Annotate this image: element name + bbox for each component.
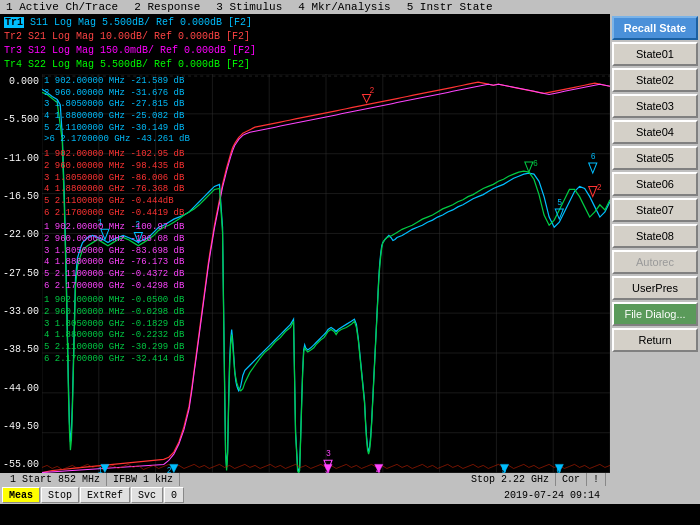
svg-text:5: 5 — [501, 466, 506, 473]
svg-text:5: 5 — [557, 198, 562, 207]
chart-canvas[interactable]: 1 2 2 6 5 3 — [42, 74, 610, 473]
y-label-0: 0.000 — [0, 76, 39, 87]
top-menu-bar: 1 Active Ch/Trace 2 Response 3 Stimulus … — [0, 0, 700, 14]
status-ifbw: IFBW 1 kHz — [107, 473, 180, 486]
right-panel: Recall State State01 State02 State03 Sta… — [610, 14, 700, 504]
btn-recall-state[interactable]: Recall State — [612, 16, 698, 40]
y-label-1: -5.500 — [0, 114, 39, 125]
trace1-label[interactable]: Tr1 — [4, 17, 24, 28]
trace4-label: Tr4 — [4, 59, 22, 70]
trace4-params: S22 Log Mag 5.500dB/ Ref 0.000dB [F2] — [28, 59, 250, 70]
y-label-10: -55.00 — [0, 459, 39, 470]
svg-text:1: 1 — [98, 218, 103, 227]
btn-svc[interactable]: Svc — [131, 487, 163, 503]
menu-active-ch[interactable]: 1 Active Ch/Trace — [2, 1, 122, 13]
svg-marker-28 — [589, 163, 597, 173]
svg-marker-22 — [101, 229, 109, 239]
trace1-params: S11 Log Mag 5.500dB/ Ref 0.000dB [F2] — [30, 17, 252, 28]
btn-meas[interactable]: Meas — [2, 487, 40, 503]
btn-stop[interactable]: Stop — [41, 487, 79, 503]
btn-return[interactable]: Return — [612, 328, 698, 352]
svg-marker-26 — [363, 94, 371, 102]
y-label-3: -16.50 — [0, 191, 39, 202]
menu-stimulus[interactable]: 3 Stimulus — [212, 1, 286, 13]
y-label-4: -22.00 — [0, 229, 39, 240]
chart-wrapper: 0.000 -5.500 -11.00 -16.50 -22.00 -27.50… — [0, 74, 610, 473]
svg-text:1: 1 — [98, 466, 103, 473]
status-stop: Stop 2.22 GHz — [465, 473, 556, 486]
main-layout: Tr1 S11 Log Mag 5.500dB/ Ref 0.000dB [F2… — [0, 14, 700, 504]
trace3-params: S12 Log Mag 150.0mdB/ Ref 0.000dB [F2] — [28, 45, 256, 56]
trace2-label: Tr2 — [4, 31, 22, 42]
menu-mkr-analysis[interactable]: 4 Mkr/Analysis — [294, 1, 394, 13]
menu-response[interactable]: 2 Response — [130, 1, 204, 13]
trace2-header: Tr2 S21 Log Mag 10.00dB/ Ref 0.000dB [F2… — [4, 30, 606, 44]
trace3-label: Tr3 — [4, 45, 22, 56]
btn-state06[interactable]: State06 — [612, 172, 698, 196]
svg-text:6: 6 — [556, 466, 561, 473]
btn-state08[interactable]: State08 — [612, 224, 698, 248]
menu-instr-state[interactable]: 5 Instr State — [403, 1, 497, 13]
chart-area: Tr1 S11 Log Mag 5.500dB/ Ref 0.000dB [F2… — [0, 14, 610, 504]
y-label-7: -38.50 — [0, 344, 39, 355]
trace3-header: Tr3 S12 Log Mag 150.0mdB/ Ref 0.000dB [F… — [4, 44, 606, 58]
btn-state02[interactable]: State02 — [612, 68, 698, 92]
trace-header: Tr1 S11 Log Mag 5.500dB/ Ref 0.000dB [F2… — [0, 14, 610, 74]
btn-state04[interactable]: State04 — [612, 120, 698, 144]
y-label-5: -27.50 — [0, 268, 39, 279]
status-exclaim: ! — [587, 473, 606, 486]
svg-marker-48 — [589, 186, 597, 196]
datetime-display: 2019-07-24 09:14 — [496, 490, 608, 501]
trace1-header: Tr1 S11 Log Mag 5.500dB/ Ref 0.000dB [F2… — [4, 16, 606, 30]
y-axis: 0.000 -5.500 -11.00 -16.50 -22.00 -27.50… — [0, 74, 42, 473]
y-label-6: -33.00 — [0, 306, 39, 317]
btn-state05[interactable]: State05 — [612, 146, 698, 170]
btn-state07[interactable]: State07 — [612, 198, 698, 222]
trace4-header: Tr4 S22 Log Mag 5.500dB/ Ref 0.000dB [F2… — [4, 58, 606, 72]
y-label-2: -11.00 — [0, 153, 39, 164]
svg-marker-46 — [525, 162, 533, 172]
svg-text:6: 6 — [533, 159, 538, 168]
btn-extref[interactable]: ExtRef — [80, 487, 130, 503]
svg-text:2: 2 — [370, 86, 375, 95]
y-label-8: -44.00 — [0, 383, 39, 394]
y-label-9: -49.50 — [0, 421, 39, 432]
svg-text:2: 2 — [135, 220, 140, 229]
svg-text:2: 2 — [167, 466, 172, 473]
svg-text:3: 3 — [326, 449, 331, 458]
svg-text:4: 4 — [376, 466, 381, 473]
btn-autorec[interactable]: Autorec — [612, 250, 698, 274]
btn-state03[interactable]: State03 — [612, 94, 698, 118]
status-bar: 1 Start 852 MHz IFBW 1 kHz Stop 2.22 GHz… — [0, 473, 610, 486]
svg-text:3: 3 — [325, 466, 330, 473]
btn-state01[interactable]: State01 — [612, 42, 698, 66]
chart-svg: 1 2 2 6 5 3 — [42, 74, 610, 473]
status-start: 1 Start 852 MHz — [4, 473, 107, 486]
btn-userpres[interactable]: UserPres — [612, 276, 698, 300]
btn-zero[interactable]: 0 — [164, 487, 184, 503]
bottom-button-bar: Meas Stop ExtRef Svc 0 2019-07-24 09:14 — [0, 486, 610, 504]
btn-file-dialog[interactable]: File Dialog... — [612, 302, 698, 326]
trace2-params: S21 Log Mag 10.00dB/ Ref 0.000dB [F2] — [28, 31, 250, 42]
svg-text:6: 6 — [591, 152, 596, 161]
svg-text:2: 2 — [597, 183, 602, 192]
status-cor: Cor — [556, 473, 587, 486]
